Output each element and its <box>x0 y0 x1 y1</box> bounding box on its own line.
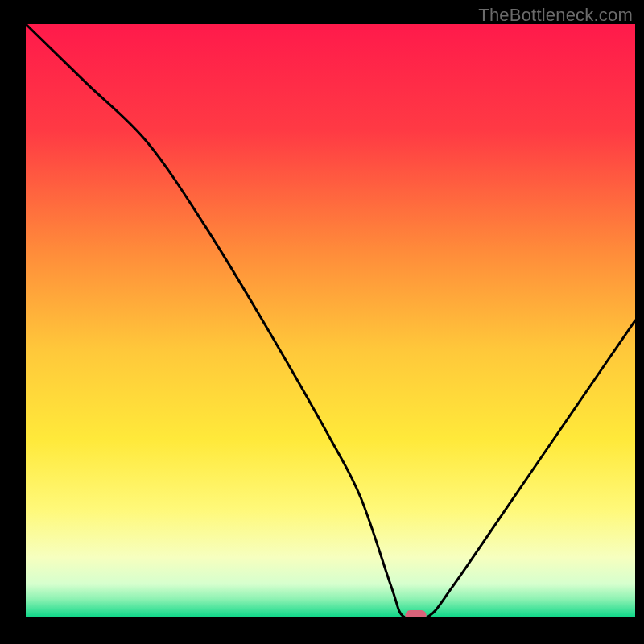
chart-frame: TheBottleneck.com <box>0 0 644 644</box>
plot-area <box>26 24 635 617</box>
watermark-text: TheBottleneck.com <box>478 5 633 26</box>
bottleneck-chart <box>26 24 635 617</box>
gradient-background <box>26 24 635 617</box>
optimum-marker <box>406 610 427 617</box>
